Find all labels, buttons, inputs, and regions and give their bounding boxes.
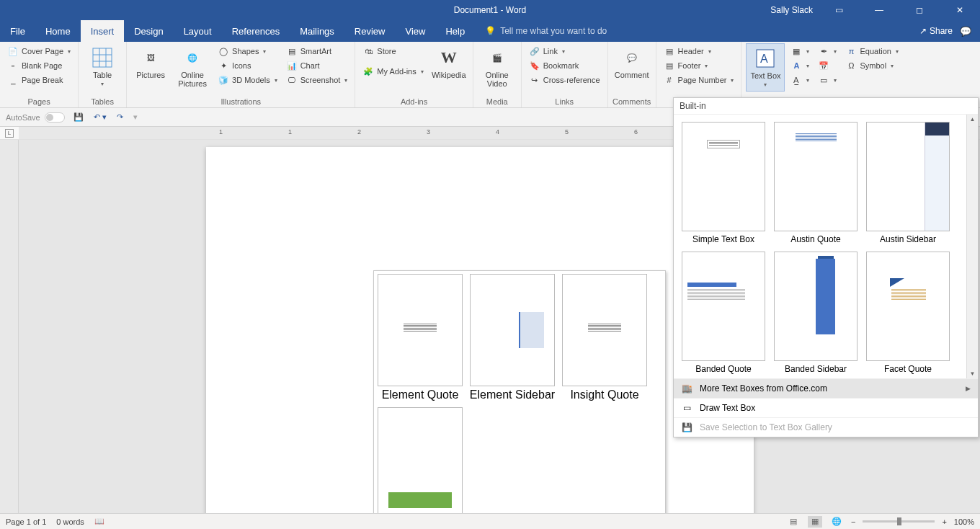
gallery-label: Facet Quote	[884, 364, 932, 374]
header-icon: ▤	[664, 45, 675, 57]
shapes-button[interactable]: ◯Shapes	[215, 45, 280, 58]
draw-textbox-item[interactable]: ▭ Draw Text Box	[674, 398, 978, 417]
tab-mailings[interactable]: Mailings	[290, 20, 344, 42]
tab-help[interactable]: Help	[435, 20, 475, 42]
maximize-button[interactable]: ◻	[905, 0, 934, 20]
gallery-overflow-panel: Element Quote Element Sidebar Insight Qu…	[373, 270, 666, 529]
gallery-item-banded-quote[interactable]: Banded Quote	[681, 252, 766, 374]
read-mode-button[interactable]: ▤	[786, 516, 801, 528]
tab-review[interactable]: Review	[344, 20, 396, 42]
group-illustrations: 🖼Pictures 🌐Online Pictures ◯Shapes ✦Icon…	[127, 42, 355, 107]
gallery-item-element-quote[interactable]: Element Quote	[377, 274, 463, 401]
window-title: Document1 - Word	[454, 5, 526, 15]
scroll-down-icon[interactable]: ▼	[970, 369, 976, 378]
chart-label: Chart	[300, 61, 320, 70]
word-count[interactable]: 0 words	[56, 517, 84, 526]
gallery-item-austin-quote[interactable]: Austin Quote	[773, 122, 858, 244]
pictures-button[interactable]: 🖼Pictures	[131, 43, 170, 82]
online-pictures-icon: 🌐	[181, 46, 204, 69]
tab-layout[interactable]: Layout	[174, 20, 222, 42]
symbol-button[interactable]: ΩSymbol	[842, 59, 901, 72]
object-button[interactable]: ▭	[815, 74, 839, 86]
tab-selector[interactable]: L	[5, 129, 14, 138]
qat-customize[interactable]: ▾	[132, 111, 139, 123]
zoom-out-button[interactable]: −	[851, 517, 855, 526]
equation-button[interactable]: πEquation	[842, 45, 901, 58]
gallery-item-insight-sidebar[interactable]: Insight Sidebar	[377, 407, 463, 529]
pagenumber-button[interactable]: #Page Number	[661, 74, 737, 86]
tab-references[interactable]: References	[222, 20, 290, 42]
blank-page-button[interactable]: ▫Blank Page	[4, 59, 74, 72]
datetime-button[interactable]: 📅	[815, 59, 839, 72]
gallery-item-banded-sidebar[interactable]: Banded Sidebar	[773, 252, 858, 374]
dropcap-button[interactable]: A̲	[788, 74, 812, 86]
tell-me[interactable]: 💡 Tell me what you want to do	[475, 20, 607, 42]
tab-file[interactable]: File	[0, 20, 35, 42]
user-name[interactable]: Sally Slack	[770, 5, 813, 15]
table-button[interactable]: Table ▾	[83, 43, 122, 90]
store-button[interactable]: 🛍Store	[360, 45, 426, 58]
wikipedia-button[interactable]: WWikipedia	[429, 43, 468, 82]
page-break-button[interactable]: ⎯Page Break	[4, 74, 74, 86]
textbox-button[interactable]: A Text Box ▾	[746, 43, 785, 92]
crossref-button[interactable]: ↪Cross-reference	[526, 74, 603, 86]
tab-insert[interactable]: Insert	[81, 20, 125, 42]
textbox-gallery-grid: Simple Text Box Austin Quote Austin Side…	[674, 115, 978, 378]
undo-button[interactable]: ↶ ▾	[92, 111, 108, 123]
screenshot-label: Screenshot	[300, 76, 341, 84]
signature-button[interactable]: ✒	[815, 45, 839, 58]
title-bar: Document1 - Word Sally Slack ▭ ― ◻ ✕	[0, 0, 980, 20]
link-button[interactable]: 🔗Link	[526, 45, 603, 58]
quickparts-button[interactable]: ▦	[788, 45, 812, 58]
screenshot-button[interactable]: 🖵Screenshot	[283, 74, 351, 86]
web-layout-button[interactable]: 🌐	[829, 516, 844, 528]
addins-icon: 🧩	[362, 66, 374, 77]
my-addins-button[interactable]: 🧩My Add-ins	[360, 65, 426, 78]
redo-button[interactable]: ↷	[115, 111, 125, 123]
office-icon: 🏬	[681, 383, 692, 394]
gallery-item-element-sidebar[interactable]: Element Sidebar	[469, 274, 556, 401]
dropcap-icon: A̲	[790, 74, 802, 86]
share-button[interactable]: ↗ Share	[919, 26, 953, 36]
header-button[interactable]: ▤Header	[661, 45, 737, 58]
models-button[interactable]: 🧊3D Models	[215, 74, 280, 86]
icons-button[interactable]: ✦Icons	[215, 59, 280, 72]
gallery-item-insight-quote[interactable]: Insight Quote	[561, 274, 648, 401]
draw-textbox-label: Draw Text Box	[700, 403, 755, 413]
thumb	[774, 122, 858, 231]
gallery-item-simple-text-box[interactable]: Simple Text Box	[681, 122, 766, 244]
print-layout-button[interactable]: ▦	[808, 516, 822, 528]
comment-button[interactable]: 💬Comment	[612, 43, 651, 82]
tab-design[interactable]: Design	[124, 20, 173, 42]
ribbon-display-icon[interactable]: ▭	[824, 0, 853, 20]
ruler-vertical[interactable]	[0, 140, 19, 529]
tab-home[interactable]: Home	[35, 20, 81, 42]
footer-icon: ▤	[664, 60, 675, 71]
cover-page-button[interactable]: 📄Cover Page	[4, 45, 74, 58]
zoom-level[interactable]: 100%	[954, 517, 974, 526]
save-button[interactable]: 💾	[72, 111, 85, 123]
minimize-button[interactable]: ―	[865, 0, 894, 20]
gallery-item-austin-sidebar[interactable]: Austin Sidebar	[865, 122, 950, 244]
online-pictures-button[interactable]: 🌐Online Pictures	[173, 43, 212, 91]
proofing-icon[interactable]: 📖	[94, 517, 104, 526]
scroll-up-icon[interactable]: ▲	[970, 115, 976, 124]
gallery-item-facet-quote[interactable]: Facet Quote	[865, 252, 950, 374]
zoom-slider[interactable]	[863, 520, 935, 523]
page-status[interactable]: Page 1 of 1	[6, 517, 46, 526]
tab-view[interactable]: View	[395, 20, 435, 42]
gallery-scrollbar[interactable]: ▲▼	[966, 115, 978, 378]
zoom-in-button[interactable]: +	[942, 517, 946, 526]
shapes-icon: ◯	[218, 45, 229, 57]
wordart-button[interactable]: A	[788, 59, 812, 72]
comments-pane-icon[interactable]: 💬	[960, 26, 971, 37]
more-textboxes-item[interactable]: 🏬 More Text Boxes from Office.com ▶	[674, 378, 978, 398]
autosave-toggle[interactable]: AutoSave	[6, 112, 65, 123]
status-bar: Page 1 of 1 0 words 📖 ▤ ▦ 🌐 − + 100%	[0, 513, 980, 529]
chart-button[interactable]: 📊Chart	[283, 59, 351, 72]
bookmark-button[interactable]: 🔖Bookmark	[526, 59, 603, 72]
close-button[interactable]: ✕	[945, 0, 974, 20]
smartart-button[interactable]: ▤SmartArt	[283, 45, 351, 58]
online-video-button[interactable]: 🎬Online Video	[478, 43, 517, 91]
footer-button[interactable]: ▤Footer	[661, 59, 737, 72]
